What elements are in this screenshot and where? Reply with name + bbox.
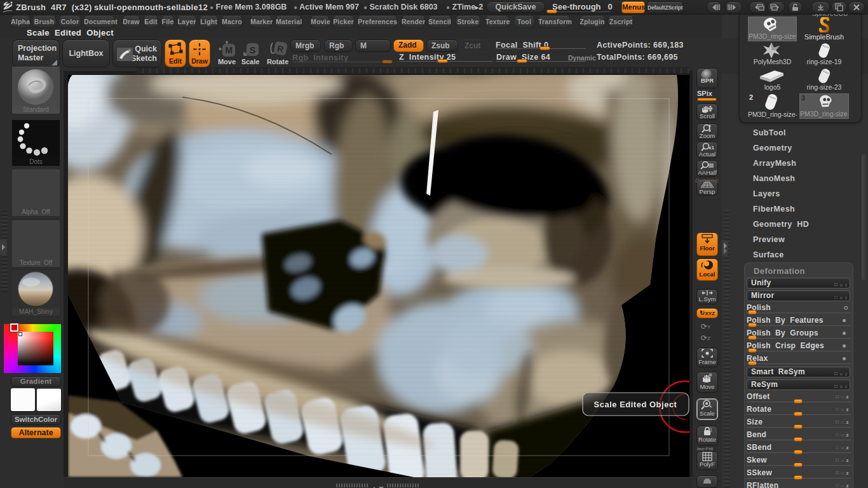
svg-text:M: M [225, 45, 233, 55]
svg-text:S: S [249, 45, 255, 55]
svg-text:Scale Edited Object: Scale Edited Object [594, 400, 677, 409]
svg-text:x1: x1 [709, 145, 714, 151]
